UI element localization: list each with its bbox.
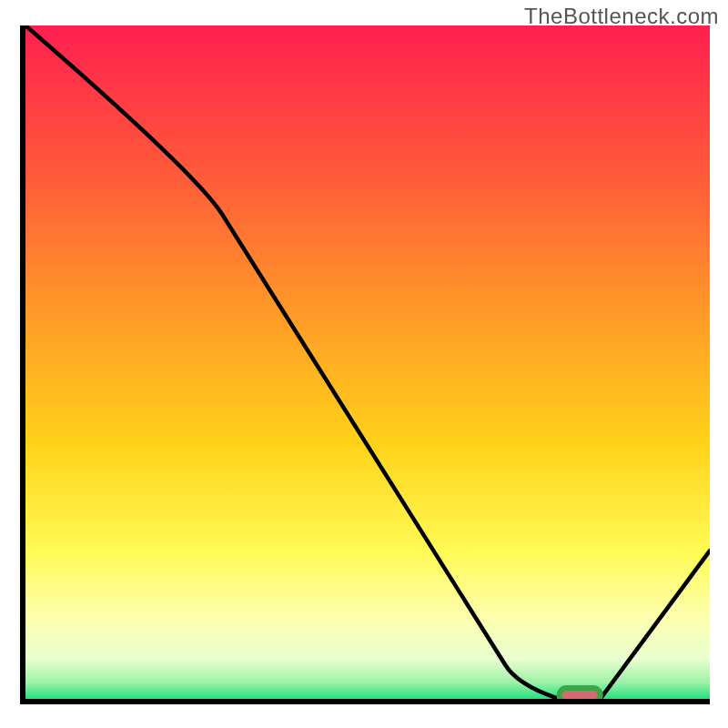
- optimal-range-marker: [25, 25, 710, 699]
- x-axis: [20, 699, 710, 704]
- svg-rect-1: [560, 688, 601, 699]
- watermark-text: TheBottleneck.com: [524, 4, 719, 29]
- plot-area: [25, 25, 710, 699]
- chart-canvas: TheBottleneck.com: [0, 0, 728, 728]
- y-axis: [20, 25, 25, 703]
